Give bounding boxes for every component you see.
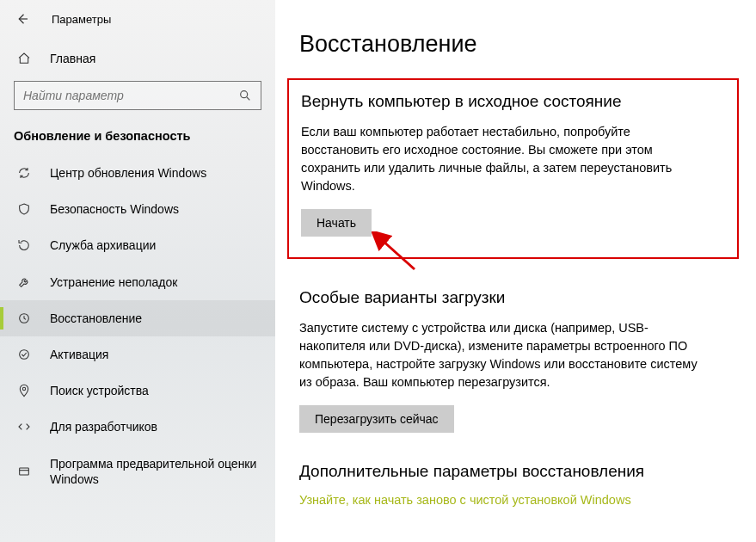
sidebar: Параметры Главная Обновление и безопасно… bbox=[0, 0, 275, 542]
sidebar-item-activation[interactable]: Активация bbox=[0, 336, 275, 373]
reset-heading: Вернуть компьютер в исходное состояние bbox=[301, 92, 722, 111]
shield-icon bbox=[17, 202, 31, 216]
back-button[interactable] bbox=[14, 10, 31, 28]
sidebar-home-label: Главная bbox=[50, 52, 95, 65]
sidebar-section-label: Обновление и безопасность bbox=[0, 122, 275, 155]
svg-point-3 bbox=[22, 388, 25, 391]
search-box[interactable] bbox=[14, 81, 261, 110]
sidebar-item-label: Поиск устройства bbox=[50, 383, 149, 398]
advanced-startup-section: Особые варианты загрузки Запустите систе… bbox=[299, 288, 730, 433]
sidebar-item-label: Для разработчиков bbox=[50, 419, 157, 434]
sidebar-item-security[interactable]: Безопасность Windows bbox=[0, 191, 275, 227]
advanced-body: Запустите систему с устройства или диска… bbox=[299, 319, 704, 391]
sidebar-item-developers[interactable]: Для разработчиков bbox=[0, 409, 275, 445]
sidebar-item-find-device[interactable]: Поиск устройства bbox=[0, 373, 275, 409]
sidebar-item-label: Служба архивации bbox=[50, 237, 156, 253]
sidebar-item-backup[interactable]: Служба архивации bbox=[0, 227, 275, 263]
sidebar-item-insider[interactable]: Программа предварительной оценки Windows bbox=[0, 446, 275, 497]
window-title: Параметры bbox=[52, 13, 111, 26]
search-icon bbox=[238, 89, 252, 102]
activation-icon bbox=[17, 348, 31, 361]
sidebar-item-label: Безопасность Windows bbox=[50, 201, 179, 217]
sidebar-item-label: Устранение неполадок bbox=[50, 274, 177, 290]
sidebar-item-label: Центр обновления Windows bbox=[50, 165, 206, 181]
insider-icon bbox=[17, 465, 31, 478]
search-input[interactable] bbox=[23, 89, 212, 102]
reset-body: Если ваш компьютер работает нестабильно,… bbox=[301, 123, 705, 195]
reset-start-button[interactable]: Начать bbox=[301, 209, 372, 237]
advanced-heading: Особые варианты загрузки bbox=[299, 288, 730, 307]
svg-rect-4 bbox=[20, 468, 29, 475]
home-icon bbox=[17, 52, 31, 65]
annotation-arrow-icon bbox=[372, 231, 421, 273]
content-area: Восстановление Вернуть компьютер в исход… bbox=[275, 0, 756, 542]
svg-point-0 bbox=[241, 91, 248, 98]
page-title: Восстановление bbox=[299, 31, 730, 58]
svg-point-2 bbox=[20, 350, 29, 360]
fresh-start-link[interactable]: Узнайте, как начать заново с чистой уста… bbox=[299, 493, 631, 507]
find-device-icon bbox=[17, 384, 31, 397]
sidebar-item-label: Программа предварительной оценки Windows bbox=[50, 456, 261, 487]
recovery-icon bbox=[17, 311, 31, 325]
developer-icon bbox=[17, 420, 31, 434]
sidebar-item-label: Восстановление bbox=[50, 311, 142, 326]
sidebar-item-home[interactable]: Главная bbox=[0, 43, 275, 74]
titlebar: Параметры bbox=[0, 7, 275, 43]
sidebar-item-troubleshoot[interactable]: Устранение неполадок bbox=[0, 264, 275, 300]
reset-section: Вернуть компьютер в исходное состояние Е… bbox=[287, 78, 739, 259]
more-recovery-section: Дополнительные параметры восстановления … bbox=[299, 462, 730, 507]
troubleshoot-icon bbox=[17, 275, 31, 289]
sidebar-navlist: Центр обновления Windows Безопасность Wi… bbox=[0, 155, 275, 497]
backup-icon bbox=[17, 238, 31, 252]
sidebar-item-windows-update[interactable]: Центр обновления Windows bbox=[0, 155, 275, 191]
sidebar-item-recovery[interactable]: Восстановление bbox=[0, 300, 275, 336]
sidebar-item-label: Активация bbox=[50, 347, 108, 362]
restart-now-button[interactable]: Перезагрузить сейчас bbox=[299, 405, 454, 433]
more-heading: Дополнительные параметры восстановления bbox=[299, 462, 730, 481]
sync-icon bbox=[17, 166, 31, 180]
